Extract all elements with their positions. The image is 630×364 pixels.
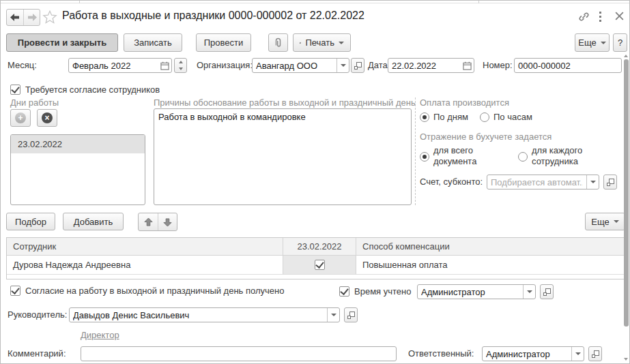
scrollbar-thumb[interactable] [624, 59, 629, 327]
delete-day-button[interactable]: × [37, 109, 57, 127]
pick-button[interactable]: Подбор [6, 213, 55, 230]
save-button[interactable]: Записать [124, 33, 182, 52]
post-and-close-button[interactable]: Провести и закрыть [6, 33, 118, 52]
cell-employee[interactable]: Дурова Надежда Андреевна [7, 256, 283, 274]
post-button[interactable]: Провести [196, 33, 251, 52]
forward-arrow-icon [27, 14, 37, 22]
header-employee[interactable]: Сотрудник [7, 238, 283, 255]
move-down-button[interactable] [158, 213, 177, 230]
time-recorded-input[interactable] [418, 285, 523, 299]
more-caret-icon [601, 42, 606, 44]
header-day[interactable]: 23.02.2022 [283, 238, 356, 255]
number-input[interactable] [514, 58, 622, 73]
responsible-input[interactable] [483, 347, 571, 361]
toolbar-more-button[interactable]: Еще [575, 33, 610, 52]
calendar-icon[interactable] [460, 61, 474, 70]
table-more-button[interactable]: Еще [585, 213, 625, 230]
table-row[interactable]: Дурова Надежда Андреевна Повышенная опла… [7, 256, 625, 275]
account-dropdown-icon[interactable] [586, 175, 599, 189]
pay-by-days-radio[interactable] [420, 112, 429, 122]
whole-document-radio[interactable] [420, 152, 429, 162]
day-worked-checkbox[interactable] [315, 260, 325, 270]
date-input[interactable] [388, 59, 460, 72]
history-nav-group [6, 9, 40, 26]
add-row-label: Добавить [74, 217, 113, 227]
number-label: Номер: [483, 58, 513, 73]
calendar-icon[interactable] [158, 61, 171, 70]
open-icon [347, 312, 355, 319]
manager-dropdown-icon[interactable] [327, 308, 339, 322]
month-field [68, 58, 172, 73]
forward-button[interactable] [23, 10, 40, 25]
agreement-checkbox[interactable] [10, 286, 20, 296]
organization-dropdown-icon[interactable] [337, 59, 349, 72]
favorite-star-icon[interactable] [42, 10, 57, 27]
month-spinner[interactable] [174, 58, 187, 73]
manager-combo [69, 307, 340, 322]
month-input[interactable] [69, 59, 158, 72]
up-arrow-icon [144, 217, 153, 227]
vertical-scrollbar[interactable] [624, 53, 629, 363]
manager-position-link[interactable]: Директор [81, 330, 119, 340]
add-icon: + [15, 112, 26, 123]
spinner-down-icon[interactable] [175, 65, 186, 72]
work-days-list: 23.02.2022 [10, 134, 145, 205]
responsible-combo [482, 346, 584, 361]
manager-open-button[interactable] [344, 307, 358, 322]
help-button[interactable]: ? [613, 33, 627, 52]
manager-input[interactable] [70, 308, 327, 322]
organization-input[interactable] [253, 59, 337, 72]
printer-icon [300, 38, 301, 48]
scrollbar-down-icon[interactable] [624, 358, 628, 361]
date-field [388, 58, 474, 73]
print-label: Печать [305, 37, 334, 48]
work-days-caption: Дни работы [10, 97, 59, 108]
time-recorded-dropdown-icon[interactable] [523, 285, 535, 299]
pay-by-hours-radio[interactable] [480, 112, 489, 122]
move-row-group [138, 213, 177, 231]
post-and-close-label: Провести и закрыть [18, 37, 106, 48]
comment-label: Комментарий: [8, 346, 66, 361]
reasons-textarea[interactable]: Работа в выходной в командировке [154, 108, 412, 205]
print-button[interactable]: Печать [293, 33, 351, 52]
open-icon [607, 179, 614, 186]
pick-label: Подбор [15, 217, 46, 227]
responsible-open-button[interactable] [588, 346, 602, 361]
open-icon [354, 62, 362, 70]
consent-checkbox[interactable] [10, 85, 20, 95]
manager-label: Руководитель: [8, 307, 67, 322]
add-row-button[interactable]: Добавить [63, 213, 124, 230]
time-recorded-checkbox[interactable] [339, 286, 349, 297]
kebab-menu-icon[interactable] [599, 12, 602, 24]
attachments-button[interactable] [268, 33, 288, 52]
pay-by-days-label: По дням [433, 110, 468, 125]
post-label: Провести [204, 37, 244, 48]
whole-document-label: для всего документа [433, 145, 489, 167]
tab-divider [478, 1, 479, 3]
add-day-button[interactable]: + [10, 109, 31, 127]
organization-open-button[interactable] [351, 58, 364, 73]
responsible-dropdown-icon[interactable] [571, 347, 584, 361]
date-label: Дата: [368, 58, 390, 73]
account-open-button[interactable] [603, 175, 617, 189]
each-employee-radio[interactable] [518, 152, 528, 162]
spinner-up-icon[interactable] [175, 59, 186, 65]
time-recorded-open-button[interactable] [540, 284, 554, 299]
header-compensation[interactable]: Способ компенсации [356, 238, 625, 255]
page-title: Работа в выходные и праздники 0000-00000… [62, 10, 364, 22]
get-link-icon[interactable] [578, 11, 590, 25]
month-label: Месяц: [8, 58, 37, 73]
account-combo [487, 175, 599, 189]
close-icon[interactable] [614, 11, 625, 23]
pay-by-hours-label: По часам [493, 110, 532, 125]
back-button[interactable] [7, 10, 23, 25]
comment-input[interactable] [81, 346, 397, 361]
help-label: ? [618, 37, 622, 48]
cell-day[interactable] [283, 256, 356, 274]
move-up-button[interactable] [139, 213, 158, 230]
account-input[interactable] [487, 175, 586, 189]
reasons-caption: Причины обоснование работы в выходной и … [154, 97, 416, 108]
work-day-list-item[interactable]: 23.02.2022 [11, 135, 145, 153]
cell-compensation[interactable]: Повышенная оплата [356, 256, 625, 274]
document-form-window: Работа в выходные и праздники 0000-00000… [0, 0, 630, 364]
